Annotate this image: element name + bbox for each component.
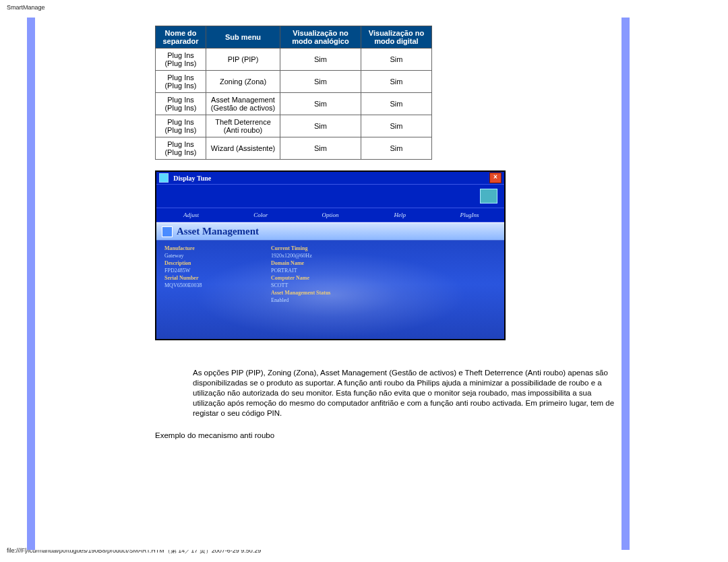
val-computer: SCOTT <box>271 282 288 288</box>
sidebar-right-decor <box>621 18 630 550</box>
table-row: Plug Ins (Plug Ins) Wizard (Assistente) … <box>156 137 432 160</box>
tab-strip: Adjust Color Option Help PlugIns <box>156 208 504 222</box>
tab-color[interactable]: Color <box>226 208 295 222</box>
feature-table: Nome do separador Sub menu Visualização … <box>155 26 432 160</box>
th-digital: Visualização no modo digital <box>361 26 432 49</box>
cell-an: Sim <box>280 115 361 137</box>
val-timing: 1920x1200@60Hz <box>271 253 312 259</box>
tab-adjust[interactable]: Adjust <box>156 208 226 222</box>
th-sub: Sub menu <box>206 26 280 49</box>
lbl-domain: Domain Name <box>271 260 304 266</box>
subheading: Exemplo do mecanismo anti roubo <box>155 431 274 439</box>
cell-sub: Wizard (Assistente) <box>206 137 280 160</box>
cell-dg: Sim <box>361 115 432 137</box>
val-domain: PORTRAIT <box>271 268 297 274</box>
table-row: Plug Ins (Plug Ins) Asset Management (Ge… <box>156 93 432 115</box>
tab-option[interactable]: Option <box>295 208 365 222</box>
table-header-row: Nome do separador Sub menu Visualização … <box>156 26 432 49</box>
cell-an: Sim <box>280 137 361 160</box>
tab-help[interactable]: Help <box>365 208 435 222</box>
window-titlebar: Display Tune × <box>156 172 504 184</box>
monitor-thumbnail-area <box>156 184 504 208</box>
sidebar-left-decor <box>27 18 35 550</box>
panel-body: Manufacture Gateway Description FPD2485W… <box>156 241 504 340</box>
cell-an: Sim <box>280 93 361 115</box>
cell-an: Sim <box>280 49 361 71</box>
cell-sub: Asset Management (Gestão de activos) <box>206 93 280 115</box>
val-status: Enabled <box>271 297 289 303</box>
lbl-manufacture: Manufacture <box>164 245 195 251</box>
page-title: SmartManage <box>7 4 45 11</box>
cell-sub: Zoning (Zona) <box>206 71 280 93</box>
main-content: Nome do separador Sub menu Visualização … <box>35 18 621 550</box>
lbl-timing: Current Timing <box>271 245 307 251</box>
panel-title: Asset Management <box>177 226 259 237</box>
th-tab: Nome do separador <box>156 26 206 49</box>
cell-tab: Plug Ins (Plug Ins) <box>156 115 206 137</box>
lbl-status: Asset Management Status <box>271 290 330 296</box>
close-icon[interactable]: × <box>489 173 502 183</box>
app-icon <box>159 173 169 183</box>
cell-tab: Plug Ins (Plug Ins) <box>156 93 206 115</box>
th-analog: Visualização no modo analógico <box>280 26 361 49</box>
window-title: Display Tune <box>173 175 211 182</box>
cell-an: Sim <box>280 71 361 93</box>
cell-dg: Sim <box>361 93 432 115</box>
cell-tab: Plug Ins (Plug Ins) <box>156 71 206 93</box>
tab-plugins[interactable]: PlugIns <box>435 208 504 222</box>
lbl-serial: Serial Number <box>164 275 198 281</box>
monitor-icon <box>162 226 173 237</box>
cell-tab: Plug Ins (Plug Ins) <box>156 49 206 71</box>
val-manufacture: Gateway <box>164 253 183 259</box>
lbl-computer: Computer Name <box>271 275 309 281</box>
cell-dg: Sim <box>361 137 432 160</box>
lbl-description: Description <box>164 260 191 266</box>
cell-tab: Plug Ins (Plug Ins) <box>156 137 206 160</box>
info-col-left: Manufacture Gateway Description FPD2485W… <box>164 245 202 289</box>
table-row: Plug Ins (Plug Ins) Theft Deterrence (An… <box>156 115 432 137</box>
cell-dg: Sim <box>361 71 432 93</box>
cell-sub: PIP (PIP) <box>206 49 280 71</box>
table-row: Plug Ins (Plug Ins) Zoning (Zona) Sim Si… <box>156 71 432 93</box>
cell-dg: Sim <box>361 49 432 71</box>
monitor-icon <box>480 189 497 204</box>
table-row: Plug Ins (Plug Ins) PIP (PIP) Sim Sim <box>156 49 432 71</box>
description-paragraph: As opções PIP (PIP), Zoning (Zona), Asse… <box>193 368 624 418</box>
info-col-right: Current Timing 1920x1200@60Hz Domain Nam… <box>271 245 330 304</box>
cell-sub: Theft Deterrence (Anti roubo) <box>206 115 280 137</box>
val-description: FPD2485W <box>164 268 190 274</box>
panel-header: Asset Management <box>156 222 504 241</box>
screenshot-asset-management: Display Tune × Adjust Color Option Help … <box>155 170 506 340</box>
val-serial: MQV6500E0038 <box>164 282 202 288</box>
